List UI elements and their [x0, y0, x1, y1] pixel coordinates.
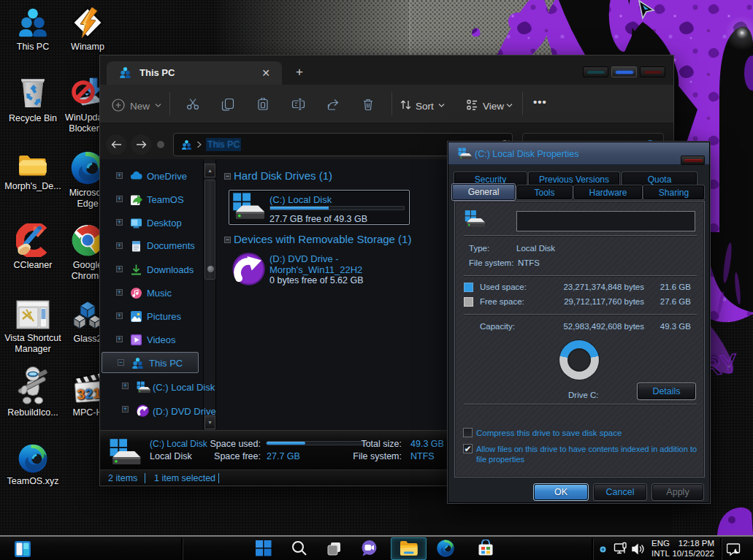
- svg-text:2: 2: [85, 386, 93, 402]
- svg-text:3: 3: [77, 386, 85, 402]
